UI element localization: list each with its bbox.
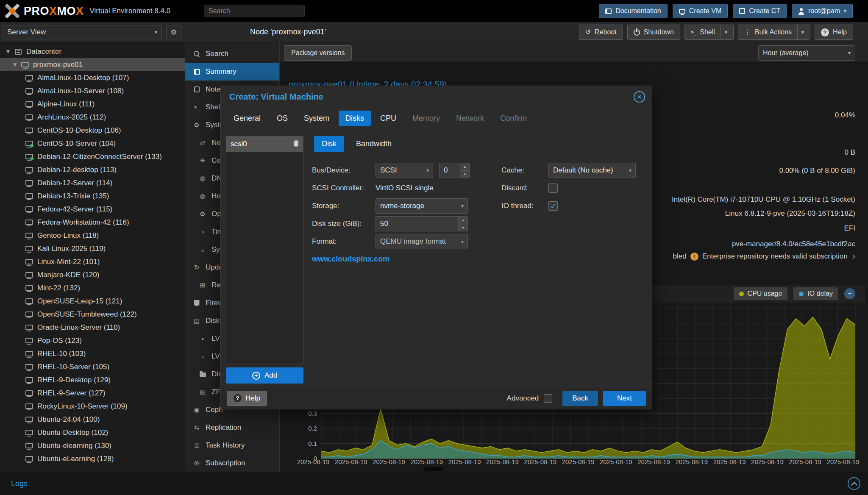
svg-text:2025-08-19: 2025-08-19 [600, 458, 632, 465]
vm-item[interactable]: AlmaLinux-10-Server (108) [0, 84, 185, 97]
menu-item-summary[interactable]: Summary [185, 63, 279, 81]
vm-item[interactable]: CentOS-10-Desktop (106) [0, 124, 185, 137]
create-vm-button[interactable]: Create VM [673, 4, 728, 18]
vm-item[interactable]: ArchLinux-2025 (112) [0, 111, 185, 124]
gears-icon: ⚙ [192, 121, 201, 129]
vm-item[interactable]: Debian-13-Trixie (135) [0, 189, 185, 203]
vm-item[interactable]: Linux-Mint-22 (101) [0, 255, 185, 268]
terminal-icon: >_ [691, 29, 696, 35]
vm-item[interactable]: RHEL-10-Server (105) [0, 360, 185, 373]
vm-icon [25, 128, 33, 133]
vm-item[interactable]: Oracle-Linux-Server (110) [0, 321, 185, 334]
vm-item[interactable]: Pop-OS (123) [0, 334, 185, 347]
discard-checkbox[interactable] [548, 184, 558, 193]
shutdown-button[interactable]: Shutdown [627, 25, 680, 40]
io-thread-checkbox[interactable] [548, 201, 558, 211]
disk-size-spinner[interactable]: 50 ▴▾ [376, 216, 468, 231]
menu-item-label: Replication [206, 423, 241, 432]
bus-device-label: Bus/Device: [312, 163, 351, 178]
vm-item[interactable]: Mint-22 (132) [0, 281, 185, 295]
vm-item[interactable]: Kali-Linux-2025 (119) [0, 242, 185, 255]
cube-icon [739, 8, 745, 14]
bus-select[interactable]: SCSI▾ [376, 163, 433, 178]
timeframe-select[interactable]: Hour (average)▾ [758, 45, 855, 61]
vm-item[interactable]: Debian-12-CitizenConnectServer (133) [0, 150, 185, 163]
vm-item[interactable]: OpenSUSE-Tumbleweed (122) [0, 308, 185, 321]
documentation-button[interactable]: Documentation [599, 4, 668, 18]
shell-button[interactable]: >_Shell▾ [684, 25, 734, 40]
cloudspinx-link[interactable]: www.cloudspinx.com [312, 255, 389, 264]
user-menu-button[interactable]: root@pam▾ [792, 4, 853, 18]
vm-item[interactable]: AlmaLinux-10-Desktop (107) [0, 71, 185, 84]
repository-status-row[interactable]: bled ! Enterprise repository needs valid… [673, 252, 855, 261]
global-search-input[interactable] [204, 5, 305, 17]
stat-manager-version: pve-manager/8.4.0/ec58e45e1bcdf2ac [732, 240, 855, 248]
vm-item[interactable]: Ubuntu-24.04 (100) [0, 413, 185, 426]
reboot-button[interactable]: ↺Reboot [579, 25, 623, 40]
cache-select[interactable]: Default (No cache)▾ [548, 163, 636, 178]
view-settings-button[interactable]: ⚙ [166, 25, 181, 39]
add-disk-button[interactable]: +Add [226, 367, 303, 384]
back-button[interactable]: Back [562, 391, 598, 406]
disk-list-item[interactable]: scsi0 [226, 136, 303, 152]
vm-item[interactable]: Ubuntu-Desktop (102) [0, 426, 185, 439]
vm-item[interactable]: Debian-12-desktop (113) [0, 163, 185, 176]
vm-item[interactable]: CentOS-10-Server (104) [0, 137, 185, 150]
subtab-disk[interactable]: Disk [314, 136, 344, 152]
menu-item-replication[interactable]: ⇆Replication [185, 419, 279, 437]
vm-item[interactable]: Gentoo-Linux (118) [0, 229, 185, 242]
vm-item[interactable]: RockyLinux-10-Server (109) [0, 400, 185, 413]
sq-icon: ▪ [198, 335, 207, 342]
menu-item-task-history[interactable]: ≣Task History [185, 437, 279, 454]
vm-icon [25, 88, 33, 94]
help-button[interactable]: ?Help [815, 25, 853, 40]
vm-item[interactable]: Ubuntu-elearning (130) [0, 439, 185, 452]
wizard-tab-general[interactable]: General [227, 111, 267, 126]
expander-icon[interactable]: ▾ [3, 47, 13, 56]
vm-item[interactable]: OpenSUSE-Leap-15 (121) [0, 295, 185, 308]
spinner-arrows[interactable]: ▴▾ [458, 217, 467, 231]
close-icon[interactable]: × [634, 91, 645, 103]
advanced-checkbox[interactable] [544, 394, 552, 403]
bus-number-spinner[interactable]: 0 ▴▾ [439, 163, 470, 178]
next-button[interactable]: Next [603, 391, 646, 406]
vm-item[interactable]: Ubuntu-eLearning (128) [0, 452, 185, 465]
wizard-tab-cpu[interactable]: CPU [373, 111, 403, 126]
wizard-tab-system[interactable]: System [297, 111, 336, 126]
svg-text:2025-08-19: 2025-08-19 [373, 458, 405, 465]
vm-item[interactable]: RHEL-9-Server (127) [0, 387, 185, 400]
vm-item[interactable]: Fedora-42-Server (115) [0, 203, 185, 216]
subtab-bandwidth[interactable]: Bandwidth [348, 136, 399, 152]
tree-item-node[interactable]: ▾ proxmox-pve01 [0, 58, 185, 71]
logs-bar[interactable]: Logs [0, 472, 868, 495]
spinner-arrows[interactable]: ▴▾ [460, 163, 469, 178]
vm-item[interactable]: Alpine-Linux (111) [0, 97, 185, 111]
dialog-help-button[interactable]: ?Help [227, 391, 267, 406]
vm-item[interactable]: Manjaro-KDE (120) [0, 268, 185, 281]
wizard-tab-os[interactable]: OS [270, 111, 295, 126]
wizard-tab-network: Network [449, 111, 491, 126]
expander-icon[interactable]: ▾ [10, 60, 19, 69]
vm-item[interactable]: Fedora-Workstation-42 (116) [0, 216, 185, 229]
view-mode-select[interactable]: Server View▾ [3, 25, 162, 39]
vm-item[interactable]: RHEL-10 (103) [0, 347, 185, 360]
refresh-icon: ↻ [192, 264, 201, 271]
vm-item[interactable]: Debian-12-Server (114) [0, 176, 185, 189]
create-ct-button[interactable]: Create CT [733, 4, 787, 18]
tree-item-datacenter[interactable]: ▾ Datacenter [0, 45, 185, 58]
chevron-up-icon[interactable] [848, 477, 860, 490]
format-select[interactable]: QEMU image format▾ [376, 234, 468, 249]
vm-item[interactable]: RHEL-9-Desktop (129) [0, 373, 185, 387]
vm-icon [25, 351, 33, 356]
trash-icon[interactable] [293, 140, 299, 149]
swap-icon: ⇄ [198, 139, 207, 147]
wizard-tab-disks[interactable]: Disks [339, 111, 371, 126]
io-thread-label: IO thread: [501, 198, 534, 214]
storage-select[interactable]: nvme-storage▾ [376, 198, 468, 214]
bulk-actions-button[interactable]: ⋮Bulk Actions▾ [738, 25, 810, 40]
scrollbar-thumb[interactable] [423, 467, 443, 471]
menu-item-search[interactable]: Search [185, 45, 279, 63]
menu-item-subscription[interactable]: ⊛Subscription [185, 454, 279, 472]
proxmox-logo: PROXMOX Virtual Environment 8.4.0 [5, 4, 170, 18]
package-versions-button[interactable]: Package versions [284, 45, 352, 61]
